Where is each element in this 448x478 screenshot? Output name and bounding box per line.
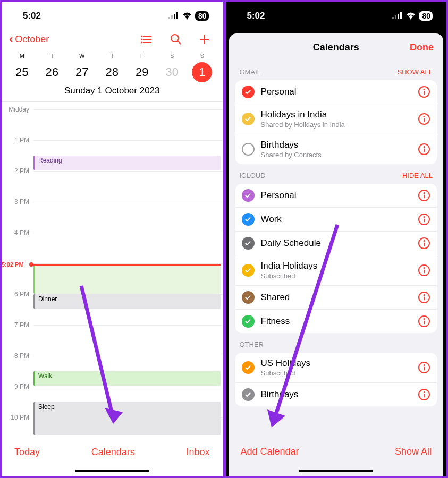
info-icon[interactable]	[418, 143, 430, 156]
day-column[interactable]: M25	[7, 53, 37, 82]
info-icon[interactable]	[418, 315, 430, 328]
svg-rect-24	[424, 118, 425, 122]
calendar-sub: Subscribed	[261, 272, 412, 280]
info-icon[interactable]	[418, 291, 430, 304]
midday-label: Midday	[2, 106, 29, 113]
search-icon[interactable]	[170, 33, 182, 46]
svg-rect-14	[392, 17, 394, 19]
svg-rect-15	[395, 15, 396, 19]
inbox-button[interactable]: Inbox	[186, 447, 209, 458]
checkmark-icon[interactable]	[242, 264, 255, 277]
svg-rect-48	[424, 367, 425, 371]
calendar-row[interactable]: Work	[235, 208, 437, 232]
home-indicator[interactable]	[75, 470, 149, 472]
add-calendar-button[interactable]: Add Calendar	[241, 446, 299, 457]
event-dinner[interactable]: Dinner	[33, 294, 221, 309]
calendar-name: Birthdays	[261, 140, 412, 150]
svg-point-5	[141, 36, 142, 37]
svg-point-23	[424, 116, 425, 117]
info-icon[interactable]	[418, 361, 430, 374]
event-block[interactable]	[33, 264, 221, 294]
checkmark-icon[interactable]	[242, 315, 255, 328]
calendar-row[interactable]: Birthdays Shared by Contacts	[235, 134, 437, 164]
calendar-row[interactable]: Shared	[235, 286, 437, 310]
info-icon[interactable]	[418, 264, 430, 277]
calendar-row[interactable]: Daily Schedule	[235, 232, 437, 255]
info-icon[interactable]	[418, 388, 430, 401]
svg-point-29	[424, 192, 425, 194]
wifi-icon	[406, 12, 416, 20]
event-walk[interactable]: Walk	[33, 371, 221, 386]
svg-rect-39	[424, 270, 425, 274]
calendars-sheet: Calendars Done GMAIL SHOW ALL Personal H…	[229, 33, 444, 476]
info-icon[interactable]	[418, 189, 430, 202]
day-column[interactable]: T28	[97, 53, 128, 82]
checkmark-icon[interactable]	[242, 361, 255, 374]
full-date: Sunday 1 October 2023	[2, 82, 223, 102]
info-icon[interactable]	[418, 86, 430, 98]
svg-point-4	[186, 18, 188, 20]
day-column[interactable]: W27	[67, 53, 97, 82]
event-reading[interactable]: Reading	[33, 156, 221, 170]
sheet-title: Calendars	[313, 42, 359, 53]
svg-rect-33	[424, 219, 425, 223]
calendar-row[interactable]: India Holidays Subscribed	[235, 255, 437, 286]
svg-rect-0	[168, 17, 170, 19]
svg-point-35	[424, 240, 425, 242]
cellular-icon	[168, 12, 179, 20]
svg-rect-30	[424, 195, 425, 199]
svg-point-47	[424, 364, 425, 366]
svg-rect-27	[424, 149, 425, 152]
calendar-row[interactable]: Fitness	[235, 310, 437, 333]
svg-line-9	[177, 41, 181, 44]
day-column[interactable]: S30	[157, 53, 188, 82]
day-column[interactable]: F29	[127, 53, 157, 82]
hide-all-icloud[interactable]: HIDE ALL	[402, 172, 433, 180]
event-sleep[interactable]: Sleep	[33, 402, 221, 435]
show-all-button[interactable]: Show All	[395, 446, 432, 457]
section-header-icloud: ICLOUD HIDE ALL	[229, 164, 444, 184]
checkmark-icon[interactable]	[242, 237, 255, 250]
checkmark-icon[interactable]	[242, 291, 255, 304]
checkmark-icon[interactable]	[242, 388, 255, 401]
calendars-sheet-view: 5:02 80 Calendars Done GMAIL SHOW ALL Pe…	[224, 0, 449, 478]
today-button[interactable]: Today	[14, 447, 40, 458]
checkmark-icon[interactable]	[242, 189, 255, 202]
calendar-sub: Subscribed	[261, 369, 412, 377]
info-icon[interactable]	[418, 213, 430, 226]
calendar-row[interactable]: US Holidays Subscribed	[235, 353, 437, 383]
list-icon[interactable]	[141, 33, 154, 46]
calendar-name: Daily Schedule	[261, 238, 412, 249]
checkmark-icon[interactable]	[242, 113, 255, 125]
checkmark-icon[interactable]	[242, 86, 255, 98]
svg-point-26	[424, 146, 425, 148]
back-button[interactable]: ‹ October	[9, 32, 49, 46]
calendar-name: US Holidays	[261, 358, 412, 369]
day-column[interactable]: S1	[187, 53, 217, 82]
hour-label: 6 PM	[2, 291, 29, 298]
timeline[interactable]: Midday 1 PM2 PM3 PM4 PM6 PM7 PM8 PM9 PM1…	[2, 102, 223, 439]
info-icon[interactable]	[418, 237, 430, 250]
wifi-icon	[182, 12, 192, 20]
sheet-body[interactable]: GMAIL SHOW ALL Personal Holidays in Indi…	[229, 61, 444, 439]
hour-label: 3 PM	[2, 198, 29, 206]
day-column[interactable]: T26	[37, 53, 67, 82]
svg-point-41	[424, 294, 425, 296]
calendars-button[interactable]: Calendars	[91, 447, 135, 458]
done-button[interactable]: Done	[410, 42, 434, 53]
calendar-name: Fitness	[261, 316, 412, 327]
svg-point-32	[424, 216, 425, 218]
calendar-sub: Shared by Contacts	[261, 151, 412, 159]
calendar-row[interactable]: Holidays in India Shared by Holidays in …	[235, 104, 437, 134]
plus-icon[interactable]	[198, 33, 211, 46]
calendar-row[interactable]: Personal	[235, 184, 437, 208]
home-indicator[interactable]	[299, 470, 373, 472]
calendar-row[interactable]: Birthdays	[235, 383, 437, 406]
calendar-name: Holidays in India	[261, 109, 412, 120]
checkmark-icon[interactable]	[242, 213, 255, 226]
info-icon[interactable]	[418, 113, 430, 125]
show-all-gmail[interactable]: SHOW ALL	[398, 68, 433, 76]
calendar-row[interactable]: Personal	[235, 80, 437, 104]
section-header-other: OTHER	[229, 333, 444, 353]
checkmark-icon[interactable]	[242, 143, 255, 156]
